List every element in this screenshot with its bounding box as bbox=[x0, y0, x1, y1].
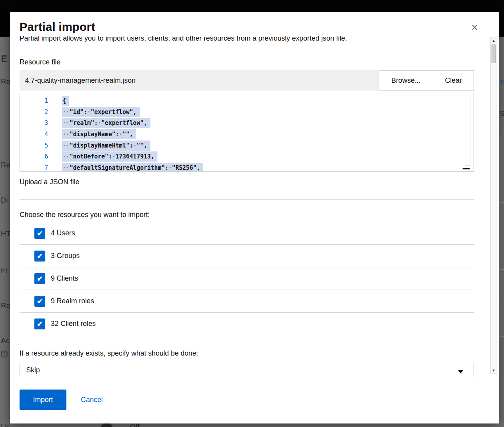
bg-divider bbox=[499, 202, 504, 203]
code-text: ··"defaultSignatureAlgorithm":·"RS256", bbox=[62, 163, 203, 172]
exists-label: If a resource already exists, specify wh… bbox=[20, 349, 474, 358]
json-code-editor[interactable]: 1{2··"id":·"expertflow",3··"realm":·"exp… bbox=[20, 93, 474, 172]
line-number: 7 bbox=[20, 164, 48, 171]
resource-row: ✔4 Users bbox=[20, 222, 474, 245]
resource-file-label: Resource file bbox=[20, 58, 474, 66]
divider bbox=[20, 199, 474, 200]
resource-checkbox[interactable]: ✔ bbox=[34, 228, 45, 239]
resource-checkbox[interactable]: ✔ bbox=[34, 273, 45, 284]
resource-label: 9 Clients bbox=[51, 274, 78, 283]
bg-fragment: Re bbox=[1, 77, 10, 86]
upload-hint: Upload a JSON file bbox=[20, 178, 474, 186]
import-button[interactable]: Import bbox=[20, 390, 66, 410]
strategy-select[interactable]: Skip bbox=[20, 362, 474, 377]
resource-list: ✔4 Users✔3 Groups✔9 Clients✔9 Realm role… bbox=[20, 222, 474, 335]
cancel-button[interactable]: Cancel bbox=[81, 390, 103, 410]
bg-fragment: Se bbox=[500, 109, 504, 118]
bg-divider bbox=[499, 303, 504, 303]
resource-label: 32 Client roles bbox=[51, 320, 96, 328]
resource-checkbox[interactable]: ✔ bbox=[34, 251, 45, 262]
code-text: ··"displayNameHtml":·"", bbox=[62, 141, 150, 151]
modal-title: Partial import bbox=[20, 20, 484, 34]
code-line: 3··"realm":·"expertflow", bbox=[20, 117, 474, 129]
code-line: 6··"notBefore":·1736417913, bbox=[20, 151, 474, 162]
modal-body: Partial import allows you to import user… bbox=[10, 36, 499, 377]
line-number: 3 bbox=[20, 119, 48, 126]
chevron-down-icon bbox=[458, 370, 463, 374]
strategy-select-value: Skip bbox=[26, 366, 40, 374]
bg-fragment: Us bbox=[1, 422, 10, 427]
bg-fragment: Ac bbox=[1, 336, 9, 345]
bg-fragment: E bbox=[1, 54, 7, 64]
partial-import-modal: Partial import ✕ Partial import allows y… bbox=[10, 12, 499, 423]
bg-divider bbox=[499, 169, 504, 169]
resource-row: ✔9 Realm roles bbox=[20, 290, 474, 313]
line-number: 2 bbox=[20, 109, 48, 116]
resource-row: ✔9 Clients bbox=[20, 267, 474, 290]
modal-header: Partial import ✕ bbox=[10, 12, 499, 36]
bg-fragment: HT bbox=[1, 230, 11, 238]
browse-button[interactable]: Browse... bbox=[379, 70, 433, 91]
bg-fragment: Fr bbox=[1, 266, 8, 275]
choose-resources-label: Choose the resources you want to import: bbox=[20, 210, 474, 219]
scrollbar-thumb[interactable] bbox=[491, 44, 496, 63]
bg-divider bbox=[499, 336, 504, 337]
code-text: ··"realm":·"expertflow", bbox=[62, 118, 150, 128]
code-lines: 1{2··"id":·"expertflow",3··"realm":·"exp… bbox=[20, 95, 474, 172]
close-icon[interactable]: ✕ bbox=[471, 23, 478, 32]
file-upload-control: 4.7-quality-management-realm.json Browse… bbox=[20, 70, 474, 91]
line-number: 1 bbox=[20, 97, 48, 104]
clear-button[interactable]: Clear bbox=[433, 70, 474, 91]
editor-hscroll-thumb[interactable] bbox=[463, 168, 470, 169]
modal-footer: Import Cancel bbox=[10, 377, 499, 423]
line-number: 6 bbox=[20, 153, 48, 160]
code-line: 7··"defaultSignatureAlgorithm":·"RS256", bbox=[20, 162, 474, 172]
resource-checkbox[interactable]: ✔ bbox=[34, 296, 45, 307]
code-text: { bbox=[62, 96, 69, 106]
editor-scrollbar[interactable] bbox=[465, 96, 470, 166]
line-number: 4 bbox=[20, 131, 48, 138]
code-line: 1{ bbox=[20, 95, 474, 107]
resource-label: 9 Realm roles bbox=[51, 297, 94, 305]
code-text: ··"notBefore":·1736417913, bbox=[62, 151, 157, 162]
bg-divider bbox=[499, 269, 504, 270]
resource-label: 4 Users bbox=[51, 229, 75, 237]
resource-row: ✔32 Client roles bbox=[20, 313, 474, 335]
code-text: ··"id":·"expertflow", bbox=[62, 107, 140, 117]
bg-fragment: n bbox=[500, 77, 504, 86]
bg-fragment: Re bbox=[1, 161, 10, 169]
modal-description: Partial import allows you to import user… bbox=[20, 36, 474, 43]
resource-label: 3 Groups bbox=[51, 252, 80, 260]
resource-checkbox[interactable]: ✔ bbox=[34, 318, 45, 329]
modal-scrollbar[interactable]: ▲ ▼ bbox=[490, 37, 497, 374]
file-name-input[interactable]: 4.7-quality-management-realm.json bbox=[20, 70, 379, 91]
help-icon: ? bbox=[1, 350, 8, 358]
code-line: 5··"displayNameHtml":·"", bbox=[20, 140, 474, 151]
scroll-up-icon[interactable]: ▲ bbox=[491, 37, 497, 44]
bg-divider bbox=[499, 236, 504, 236]
bg-fragment: Re bbox=[1, 301, 10, 310]
code-line: 2··"id":·"expertflow", bbox=[20, 107, 474, 118]
line-number: 5 bbox=[20, 142, 48, 149]
code-line: 4··"displayName":·"", bbox=[20, 129, 474, 140]
scroll-down-icon[interactable]: ▼ bbox=[491, 367, 497, 374]
code-text: ··"displayName":·"", bbox=[62, 129, 136, 139]
bg-divider bbox=[500, 135, 501, 336]
resource-row: ✔3 Groups bbox=[20, 245, 474, 267]
bg-fragment: Di bbox=[1, 196, 8, 205]
bg-divider bbox=[499, 135, 504, 135]
